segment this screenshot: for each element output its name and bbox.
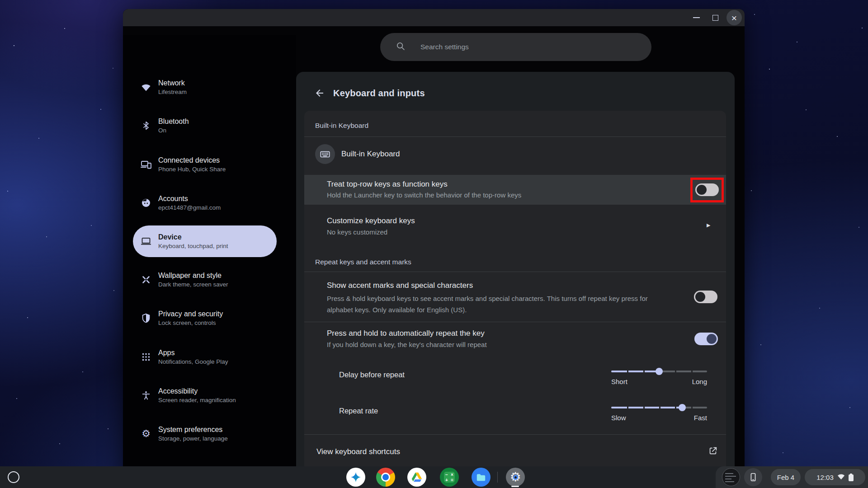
arrow-left-icon — [314, 88, 325, 99]
min-label: Slow — [611, 414, 626, 422]
view-keyboard-shortcuts-row[interactable]: View keyboard shortcuts — [316, 447, 400, 456]
battery-icon — [849, 474, 854, 481]
sidebar: NetworkLifestream BluetoothOn Connected … — [123, 35, 296, 488]
slider-knob[interactable] — [656, 368, 663, 375]
sidebar-item-privacy[interactable]: Privacy and securityLock screen, control… — [133, 302, 277, 334]
sidebar-item-accessibility[interactable]: AccessibilityScreen reader, magnificatio… — [133, 380, 277, 411]
treat-top-row-keys-row[interactable]: Treat top-row keys as function keys Hold… — [304, 175, 726, 205]
wifi-icon — [837, 472, 845, 482]
section-header-built-in-keyboard: Built-in Keyboard — [315, 122, 368, 130]
sidebar-item-device[interactable]: DeviceKeyboard, touchpad, print — [133, 225, 277, 257]
sparkle-icon — [350, 471, 362, 483]
external-link-icon[interactable] — [708, 446, 718, 456]
shelf-app-calculator[interactable]: −×+= — [440, 468, 459, 487]
date-label: Feb 4 — [777, 474, 794, 481]
delay-slider-label: Delay before repeat — [339, 371, 405, 379]
wifi-icon — [140, 81, 152, 93]
shelf-app-gemini[interactable] — [346, 468, 365, 487]
shelf-app-files[interactable] — [472, 468, 491, 487]
search-input[interactable]: Search settings — [380, 33, 651, 61]
repeat-rate-slider[interactable] — [611, 404, 707, 411]
accent-marks-subtitle: Press & hold keyboard keys to see accent… — [327, 293, 675, 315]
sidebar-item-wallpaper[interactable]: Wallpaper and styleDark theme, screen sa… — [133, 264, 277, 296]
sidebar-item-network[interactable]: NetworkLifestream — [133, 71, 277, 103]
max-label: Long — [692, 378, 707, 385]
calculator-icon: −×+= — [440, 468, 459, 487]
chrome-icon — [376, 468, 395, 487]
maximize-icon — [712, 15, 718, 21]
accent-marks-row-title: Show accent marks and special characters — [327, 281, 473, 290]
auto-repeat-toggle[interactable] — [694, 333, 718, 345]
maximize-button[interactable] — [708, 10, 723, 25]
rate-slider-label: Repeat rate — [339, 407, 378, 415]
auto-repeat-row-title: Press and hold to automatically repeat t… — [327, 329, 485, 338]
slider-knob[interactable] — [679, 404, 686, 411]
bluetooth-icon — [140, 120, 152, 131]
launcher-button[interactable] — [8, 471, 19, 483]
toggle-knob — [695, 292, 705, 302]
keyboard-icon — [319, 148, 331, 160]
drive-icon — [411, 471, 423, 483]
sidebar-item-system-preferences[interactable]: ⚙ System preferencesStorage, power, lang… — [133, 418, 277, 450]
shelf-app-settings[interactable]: ⚙ — [506, 468, 525, 487]
auto-repeat-subtitle: If you hold down a key, the key's charac… — [327, 341, 487, 348]
annotation-highlight-box — [690, 178, 724, 202]
back-button[interactable] — [312, 86, 327, 100]
sidebar-item-accounts[interactable]: Accountsepct41487@gmail.com — [133, 187, 277, 219]
section-header-repeat-keys: Repeat keys and accent marks — [315, 258, 411, 266]
close-icon: × — [731, 13, 737, 23]
phone-icon — [748, 472, 758, 482]
keyboard-device-avatar — [315, 144, 335, 164]
accent-marks-toggle[interactable] — [694, 291, 717, 303]
gear-icon: ⚙ — [140, 428, 152, 440]
max-label: Fast — [694, 414, 707, 422]
phone-hub-button[interactable] — [744, 468, 762, 486]
panel-title: Keyboard and inputs — [333, 88, 425, 99]
wallpaper-stars — [0, 0, 1, 1]
shelf-separator — [497, 472, 498, 483]
status-tray: Feb 4 12:03 — [716, 466, 868, 488]
files-folder-icon — [475, 471, 487, 483]
divider — [304, 322, 726, 322]
customize-keys-row[interactable]: Customize keyboard keys — [327, 216, 415, 225]
window-titlebar[interactable]: × — [123, 9, 745, 26]
date-button[interactable]: Feb 4 — [771, 469, 801, 485]
divider — [304, 434, 726, 435]
sidebar-item-connected-devices[interactable]: Connected devicesPhone Hub, Quick Share — [133, 149, 277, 180]
shelf-app-chrome[interactable] — [376, 468, 395, 487]
devices-icon — [140, 159, 152, 170]
wallpaper-icon — [140, 274, 152, 286]
screenshot-thumbnail[interactable] — [722, 468, 740, 486]
settings-window: × Settings Search settings NetworkLifest… — [123, 9, 745, 488]
desktop: × Settings Search settings NetworkLifest… — [0, 0, 868, 488]
delay-before-repeat-slider[interactable] — [611, 368, 707, 375]
keyboard-card: Built-in Keyboard Built-in Keyboard Trea… — [304, 111, 726, 479]
shield-icon — [140, 312, 152, 324]
slider-fill — [611, 407, 682, 408]
close-button[interactable]: × — [726, 10, 742, 25]
active-app-indicator — [511, 486, 519, 487]
sidebar-item-bluetooth[interactable]: BluetoothOn — [133, 110, 277, 141]
divider — [304, 272, 726, 272]
accessibility-icon — [140, 389, 152, 401]
account-icon — [140, 197, 152, 209]
status-area-button[interactable]: 12:03 — [805, 469, 865, 485]
minimize-button[interactable] — [689, 10, 704, 25]
shelf: −×+= ⚙ Feb 4 12:03 — [0, 466, 868, 488]
chevron-right-icon[interactable]: ▶ — [707, 222, 710, 228]
panel-header: Keyboard and inputs — [296, 72, 735, 111]
row-subtitle: Hold the Launcher key to switch the beha… — [327, 191, 521, 199]
slider-fill — [611, 371, 659, 372]
min-label: Short — [611, 378, 627, 385]
row-title: Treat top-row keys as function keys — [327, 180, 448, 189]
window-controls: × — [689, 9, 742, 26]
shelf-app-drive[interactable] — [407, 468, 426, 487]
toggle-knob — [707, 334, 717, 344]
sidebar-item-apps[interactable]: AppsNotifications, Google Play — [133, 341, 277, 373]
built-in-keyboard-row[interactable]: Built-in Keyboard — [341, 150, 400, 159]
search-icon — [396, 41, 406, 53]
search-placeholder: Search settings — [420, 43, 469, 51]
laptop-icon — [140, 235, 152, 247]
delay-slider-minmax: Short Long — [611, 378, 707, 385]
divider — [304, 136, 726, 137]
